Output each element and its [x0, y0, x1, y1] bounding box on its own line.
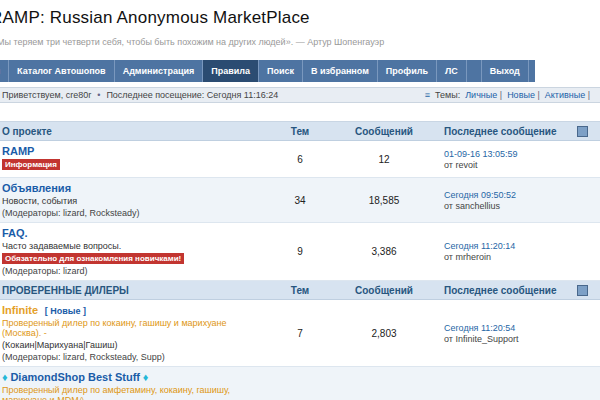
topics-filter-new[interactable]: Новые: [507, 90, 540, 100]
forum-description: Проверенный дилер по амфетамину, кокаину…: [2, 385, 264, 400]
nav-item-profile[interactable]: Профиль: [378, 60, 437, 82]
column-header-posts: Сообщений: [330, 281, 438, 299]
status-right: ≡ Темы: Личные Новые Активные: [425, 90, 590, 100]
forum-row-diamondshop: ♦ DiamondShop Best Stuff ♦ Проверенный д…: [0, 367, 600, 400]
forum-moderators: (Модераторы: lizard, Rocksteady): [2, 208, 264, 218]
nav-item-autoshop-catalog[interactable]: Каталог Автошопов: [9, 60, 115, 82]
mandatory-badge: Обязательно для ознакомления новичками!: [2, 253, 184, 264]
last-post-author: от revoit: [444, 160, 600, 170]
topics-count: 6: [270, 141, 330, 177]
nav-item-rules[interactable]: Правила: [203, 60, 259, 82]
posts-count: 14,243: [330, 367, 438, 400]
topics-list-icon: ≡: [425, 90, 430, 100]
forum-row-ramp: RAMP Информация 6 12 01-09-16 13:05:59 о…: [0, 141, 600, 178]
diamond-icon: ♦: [2, 371, 8, 383]
column-header-posts: Сообщений: [330, 122, 438, 140]
last-post-author: от mrheroin: [444, 252, 600, 262]
last-post-author: от Infinite_Support: [444, 334, 600, 344]
column-header-last-post: Последнее сообщение: [444, 285, 557, 296]
posts-count: 12: [330, 141, 438, 177]
topics-filter-personal[interactable]: Личные: [465, 90, 502, 100]
section-title-verified-dealers: ПРОВЕРЕННЫЕ ДИЛЕРЫ: [0, 281, 270, 299]
posts-count: 3,386: [330, 223, 438, 280]
forum-description: Часто задаваемые вопросы.: [2, 241, 264, 251]
forum-moderators: (Модераторы: lizard, Rocksteady, Supp): [2, 352, 264, 362]
main-nav: Форум Каталог Автошопов Администрация Пр…: [0, 60, 535, 82]
forum-link-diamondshop[interactable]: DiamondShop Best Stuff: [10, 371, 140, 383]
collapse-icon[interactable]: [577, 285, 588, 296]
topics-count: 7: [270, 300, 330, 366]
nav-item-administration[interactable]: Администрация: [115, 60, 204, 82]
nav-item-forum[interactable]: Форум: [0, 60, 9, 82]
last-post-link[interactable]: Сегодня 11:20:14: [444, 241, 600, 251]
forum-link-announcements[interactable]: Объявления: [2, 182, 71, 194]
forum-tags: (Кокаин|Марихуана|Гашиш): [2, 340, 264, 350]
forum-table: О проекте Тем Сообщений Последнее сообще…: [0, 121, 600, 400]
nav-item-search[interactable]: Поиск: [259, 60, 303, 82]
collapse-icon[interactable]: [577, 126, 588, 137]
forum-link-faq[interactable]: FAQ.: [2, 227, 28, 239]
column-header-last-post: Последнее сообщение: [444, 126, 557, 137]
nav-item-private-messages[interactable]: ЛС: [437, 60, 467, 82]
forum-description: Новости, события: [2, 196, 264, 206]
posts-count: 2,803: [330, 300, 438, 366]
last-post-link[interactable]: Сегодня 09:50:52: [444, 190, 600, 200]
forum-row-infinite: Infinite [ Новые ] Проверенный дилер по …: [0, 300, 600, 367]
status-bar: Приветствуем, cre80r • Последнее посещен…: [0, 87, 600, 103]
topics-count: 50: [270, 367, 330, 400]
site-title: RAMP: Russian Anonymous MarketPlace: [0, 0, 600, 28]
site-quote: «Мы теряем три четверти себя, чтобы быть…: [0, 37, 600, 47]
new-topics-link[interactable]: [ Новые ]: [45, 306, 86, 316]
status-left: Приветствуем, cre80r • Последнее посещен…: [2, 90, 425, 100]
last-visit-text: Последнее посещение: Сегодня 11:16:24: [106, 90, 278, 100]
section-header-verified-dealers: ПРОВЕРЕННЫЕ ДИЛЕРЫ Тем Сообщений Последн…: [0, 281, 600, 300]
diamond-icon: ♦: [143, 371, 149, 383]
page: RAMP: Russian Anonymous MarketPlace «Мы …: [0, 0, 600, 400]
last-post-link[interactable]: Сегодня 11:20:54: [444, 323, 600, 333]
last-post-author: от sanchellius: [444, 201, 600, 211]
nav-item-logout[interactable]: Выход: [481, 60, 529, 82]
forum-row-faq: FAQ. Часто задаваемые вопросы. Обязатель…: [0, 223, 600, 281]
column-header-topics: Тем: [270, 122, 330, 140]
column-header-topics: Тем: [270, 281, 330, 299]
forum-description: Проверенный дилер по кокаину, гашишу и м…: [2, 318, 264, 338]
info-badge: Информация: [2, 159, 60, 170]
greeting-text: Приветствуем, cre80r: [2, 90, 91, 100]
nav-item-favorites[interactable]: В избранном: [303, 60, 378, 82]
forum-link-infinite[interactable]: Infinite: [2, 304, 38, 316]
forum-link-ramp[interactable]: RAMP: [2, 145, 34, 157]
forum-moderators: (Модераторы: lizard): [2, 266, 264, 276]
topics-label: Темы:: [435, 90, 460, 100]
topics-count: 9: [270, 223, 330, 280]
section-title-about: О проекте: [0, 122, 270, 140]
section-header-about: О проекте Тем Сообщений Последнее сообще…: [0, 122, 600, 141]
topics-filter-active[interactable]: Активные: [545, 90, 590, 100]
forum-row-announcements: Объявления Новости, события (Модераторы:…: [0, 178, 600, 223]
separator-dot: •: [97, 90, 100, 100]
topics-count: 34: [270, 178, 330, 222]
posts-count: 18,585: [330, 178, 438, 222]
last-post-link[interactable]: 01-09-16 13:05:59: [444, 149, 600, 159]
